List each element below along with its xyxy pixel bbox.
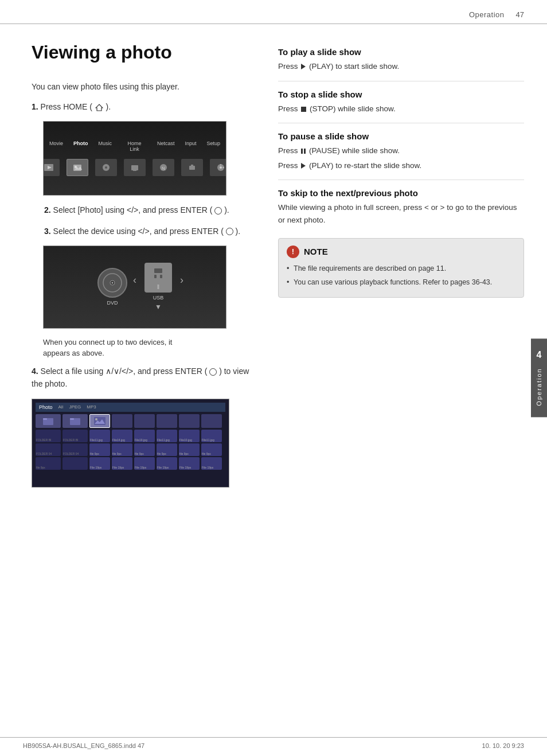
device-screen-sim: DVD ‹ [44,246,226,328]
photo-filter-all: All [58,404,64,410]
menu-tab-homelink: Home Link [122,141,147,152]
intro-text: You can view photo files using this play… [32,80,261,93]
page-number: 47 [516,10,524,19]
stop-slide-title: To stop a slide show [278,89,524,99]
chapter-number: 4 [537,350,542,360]
menu-icon-7 [210,159,226,176]
menu-tab-netcast: Netcast [157,141,175,152]
step-1-label: 1. [32,102,38,111]
stop-slide-text: Press (STOP) while slide show. [278,103,524,115]
device-row: DVD ‹ [97,263,172,311]
page-title: Viewing a photo [32,41,261,63]
home-menu-sim: Movie Photo Music Home Link Netcast Inpu… [44,122,226,195]
page-footer: HB905SA-AH.BUSALL_ENG_6865.indd 47 10. 1… [0,737,547,749]
chapter-label: Operation [536,368,542,406]
device-select-screenshot: DVD ‹ [43,245,226,329]
svg-rect-9 [133,170,136,171]
photo-thumb-selected [89,414,110,428]
menu-tabs-row: Movie Photo Music Home Link Netcast Inpu… [49,141,220,152]
svg-rect-23 [154,275,157,278]
play-slide-title: To play a slide show [278,47,524,57]
svg-point-31 [95,418,97,420]
menu-icon-4 [124,159,146,176]
photo-tab-label: Photo [39,404,53,410]
note-header: ! NOTE [287,245,515,258]
usb-device: ‹ › USB [144,263,172,311]
content-wrapper: Viewing a photo You can view photo files… [0,24,547,507]
menu-tab-movie: Movie [49,141,63,152]
svg-point-7 [105,166,107,169]
svg-rect-28 [70,418,74,420]
pause-slide-title: To pause a slide show [278,131,524,141]
dvd-label: DVD [107,300,118,306]
note-icon: ! [287,245,299,258]
step-3: 3. Select the device using </>, and pres… [32,225,261,237]
menu-tab-input: Input [185,141,196,152]
photo-row-1: FOLDER BI FOLDER BI File11.jpg File14.jp… [36,430,225,442]
pause-slide-line1: Press (PAUSE) while slide show. [278,145,524,157]
svg-rect-13 [191,165,193,166]
menu-icon-6 [181,159,203,176]
photo-screen-sim: Photo All JPEG MP3 [32,399,229,487]
svg-rect-8 [131,165,138,170]
svg-point-15 [220,166,222,169]
menu-icon-5: N [153,159,174,176]
menu-icon-1 [43,159,60,176]
home-menu-screenshot: Movie Photo Music Home Link Netcast Inpu… [43,121,226,196]
menu-icon-2 [67,159,88,176]
play-slide-text: Press (PLAY) to start slide show. [278,60,524,73]
section-play-slide: To play a slide show Press (PLAY) to sta… [278,47,524,73]
footer-filename: HB905SA-AH.BUSALL_ENG_6865.indd 47 [23,742,144,749]
divider-1 [278,81,524,81]
menu-tab-music: Music [99,141,112,152]
divider-3 [278,180,524,180]
step-2-text: Select [Photo] using </>, and press ENTE… [53,205,229,215]
svg-rect-22 [154,268,162,273]
device-caption: When you connect up to two devices, itap… [43,337,261,359]
svg-marker-0 [96,104,103,111]
svg-point-20 [112,282,114,284]
photo-row-2: FOLDER 04 FOLDER 04 file 9px file 9px fi… [36,443,225,456]
svg-rect-12 [189,166,195,170]
svg-text:N: N [162,166,165,171]
section-skip-photo: To skip to the next/previous photo While… [278,188,524,226]
step-4-label: 4. [32,367,38,376]
footer-timestamp: 10. 10. 20 9:23 [482,742,524,749]
photo-filter-jpeg: JPEG [69,404,81,410]
step-2-label: 2. [44,205,51,215]
section-label: Operation [469,10,505,19]
note-box: ! NOTE The file requirements are describ… [278,238,524,298]
photo-row-3: file 9px File 19px File 19px File 19px F… [36,457,225,470]
menu-tab-setup: Setup [206,141,220,152]
usb-label: USB [153,295,164,301]
step-1: 1. Press HOME ( ). [32,100,261,113]
note-title: NOTE [304,247,328,256]
page-header: Operation 47 [0,0,547,24]
step-3-label: 3. [44,227,51,236]
section-pause-slide: To pause a slide show Press (PAUSE) whil… [278,131,524,172]
photo-header-bar: Photo All JPEG MP3 [36,403,225,412]
photo-filter-mp3: MP3 [87,404,96,410]
right-column: To play a slide show Press (PLAY) to sta… [278,41,524,496]
menu-icons: N [43,159,226,176]
home-icon [95,104,103,111]
step-3-text: Select the device using </>, and press E… [53,227,241,236]
step-4-text: Select a file using ∧/∨/</>, and press E… [32,367,249,388]
skip-photo-text: While viewing a photo in full screen, pr… [278,201,524,226]
dvd-icon [97,268,127,298]
photo-row-folders [36,414,225,428]
skip-photo-title: To skip to the next/previous photo [278,188,524,198]
note-item-2: You can use various playback functions. … [287,276,515,288]
divider-2 [278,123,524,123]
step-4: 4. Select a file using ∧/∨/</>, and pres… [32,365,261,391]
usb-icon [144,263,172,293]
dvd-device: DVD [97,268,127,306]
menu-tab-photo: Photo [73,141,88,152]
step-1-text: Press HOME ( ). [41,102,111,111]
section-stop-slide: To stop a slide show Press (STOP) while … [278,89,524,115]
svg-rect-26 [43,418,47,420]
chapter-tab: 4 Operation [531,338,547,417]
note-item-1: The file requirements are described on p… [287,263,515,274]
left-column: Viewing a photo You can view photo files… [32,41,261,496]
photo-browser-screenshot: Photo All JPEG MP3 [32,399,229,488]
